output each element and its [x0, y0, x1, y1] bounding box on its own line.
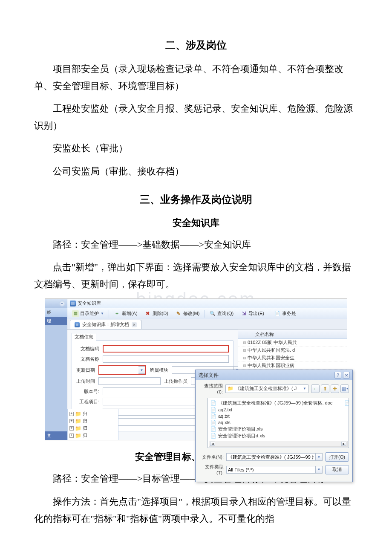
up-button[interactable]: ⬆: [321, 384, 329, 393]
label-name: 文档名称: [76, 356, 99, 362]
sidebar-collapse[interactable]: «: [45, 299, 67, 308]
app-logo-icon: [70, 301, 76, 306]
input-upload-time[interactable]: [98, 377, 161, 385]
scroll-right-icon[interactable]: ►: [341, 442, 346, 446]
doc-icon: 📄: [274, 310, 281, 317]
view-button[interactable]: ▦▾: [340, 384, 349, 393]
sidebar-cell-2: 理: [45, 317, 67, 325]
filename-input[interactable]: [226, 453, 316, 461]
tree-row[interactable]: +📁归: [69, 417, 116, 425]
input-update-date[interactable]: [99, 366, 138, 374]
cancel-button[interactable]: 取消: [325, 465, 349, 474]
transact-button[interactable]: 📄事务处: [271, 309, 299, 318]
catalog-button[interactable]: ≣目录维护▼: [69, 309, 107, 318]
folder-icon: 📁: [75, 411, 81, 417]
file-dialog: 选择文件 ? ✕ 查找范围(I): 📁 《建筑施工安全检查标准》( J ▼ ← …: [195, 370, 353, 482]
horizontal-scrollbar[interactable]: ◄ ►: [209, 441, 348, 447]
file-item[interactable]: 📄aq.xls: [210, 419, 332, 425]
dropdown-icon: ▼: [303, 387, 306, 390]
para-6: 点击"新增"，弹出如下界面：选择需要放入安全知识库中的文档，并数据文档编号、更新…: [34, 259, 358, 292]
text-icon: 📄: [210, 413, 216, 419]
add-icon: ＋: [114, 310, 121, 317]
sidebar-cell-3: 查: [45, 431, 67, 440]
dialog-title: 选择文件: [198, 372, 219, 379]
lookin-combo[interactable]: 📁 《建筑施工安全检查标准》( J ▼: [225, 384, 308, 393]
tab-label: 安全知识库：新增文档: [82, 321, 129, 328]
filename-label: 文件名(N):: [199, 454, 224, 460]
left-sidebar: « 能 理 查: [45, 299, 67, 440]
export-icon: ⇲: [240, 310, 247, 317]
label-uploader: 上传操作员: [164, 378, 187, 384]
app-window: « 能 理 查 安全知识库 ≣目录维护▼ ＋新增(A) ✖删除(D) ✎修改(M…: [45, 298, 347, 440]
folder-icon: 📁: [75, 433, 81, 439]
file-item[interactable]: 📄《建筑施工安全检查标准》( JGJ59—99 )全套表格. doc: [210, 400, 332, 406]
file-item[interactable]: 📄aq2.txt: [210, 407, 332, 413]
tab-icon: [75, 322, 80, 327]
close-button[interactable]: ✕: [343, 372, 350, 379]
expand-icon[interactable]: +: [69, 419, 74, 423]
para-8: 操作方法：首先点击"选择项目"，根据项目录入相应的管理目标。可以量化的指标可在"…: [34, 493, 358, 527]
file-item[interactable]: 📄安全管理评价项目d.xls: [210, 433, 332, 439]
back-button[interactable]: ←: [311, 384, 320, 393]
lookin-value: 《建筑施工安全检查标准》( J: [235, 385, 301, 392]
search-icon: 🔍: [209, 310, 216, 317]
para-2: 工程处安监处（录入安全月报、奖惩记录、安全知识库、危险源。危险源识别）: [34, 100, 358, 134]
date-dropdown-icon[interactable]: ▼: [138, 366, 145, 374]
add-button[interactable]: ＋新增(A): [111, 309, 141, 318]
expand-icon[interactable]: +: [69, 426, 74, 431]
sidebar-cell-1: 能: [45, 308, 67, 317]
help-button[interactable]: ?: [334, 372, 341, 379]
excel-icon: 📄: [210, 433, 216, 439]
list-item[interactable]: 0102Z 85版 中华人民共: [238, 339, 347, 347]
tree-panel: +📁归 +📁归 +📁归 +📁归: [67, 409, 118, 440]
list-item[interactable]: 中华人民共和国宪法. d: [238, 347, 347, 354]
label-module: 所属模块: [150, 367, 168, 373]
label-project: 工程项目:: [76, 399, 99, 405]
list-item[interactable]: 中华人民共和国安全生: [238, 354, 347, 362]
label-update: 更新日期: [76, 367, 95, 373]
group-label: 文档信息: [72, 333, 96, 341]
file-list: 📄《建筑施工安全检查标准》( JGJ59—99 )全套表格. doc 📄aq2.…: [208, 398, 349, 448]
close-tab-icon[interactable]: ✕: [132, 322, 137, 327]
file-item[interactable]: 📄aq.txt: [210, 413, 332, 419]
excel-icon: 📄: [344, 400, 349, 406]
folder-icon: 📁: [228, 386, 233, 391]
para-3: 安监处长（审批）: [34, 140, 358, 157]
text-icon: 📄: [210, 407, 216, 413]
newfolder-button[interactable]: ✚: [331, 384, 339, 393]
delete-button[interactable]: ✖删除(D): [141, 309, 171, 318]
input-code[interactable]: [103, 345, 229, 353]
chevron-up-icon: «: [59, 301, 65, 306]
tree-row[interactable]: +📁归: [69, 425, 116, 432]
tab-strip: 安全知识库：新增文档 ✕: [67, 319, 347, 330]
scroll-left-icon[interactable]: ◄: [210, 442, 215, 446]
para-4: 公司安监局（审批、接收存档）: [34, 163, 358, 180]
file-item[interactable]: 📄安全管理评价项目.xls: [210, 426, 332, 432]
expand-icon[interactable]: +: [69, 412, 74, 416]
folder-icon: 📁: [75, 425, 81, 431]
input-name[interactable]: [103, 355, 229, 363]
heading-operations: 三、业务操作及岗位说明: [34, 193, 358, 206]
window-titlebar: 安全知识库: [67, 299, 347, 308]
folder-icon: 📁: [75, 418, 81, 424]
tab-new-doc[interactable]: 安全知识库：新增文档 ✕: [70, 320, 141, 329]
dialog-titlebar: 选择文件 ? ✕: [196, 370, 352, 380]
modify-button[interactable]: ✎修改(M): [172, 309, 203, 318]
toolbar: ≣目录维护▼ ＋新增(A) ✖删除(D) ✎修改(M) 🔍查询(Q) ⇲导出(E…: [67, 308, 347, 319]
expand-icon[interactable]: +: [69, 434, 74, 438]
tree-row[interactable]: +📁归: [69, 410, 116, 417]
file-item[interactable]: 📄安全管理评价: [344, 400, 349, 406]
filename-dropdown-icon[interactable]: ▼: [316, 453, 323, 461]
edit-icon: ✎: [175, 310, 182, 317]
filetype-dropdown-icon[interactable]: ▼: [316, 466, 323, 474]
filetype-label: 文件类型(T):: [199, 464, 224, 475]
subheading-kb: 安全知识库: [34, 217, 358, 229]
heading-positions: 二、涉及岗位: [34, 38, 358, 52]
tree-row[interactable]: +📁归: [69, 432, 116, 439]
list-header: 文档名称: [238, 330, 347, 339]
filetype-input[interactable]: [226, 466, 316, 474]
export-button[interactable]: ⇲导出(E): [237, 309, 267, 318]
query-button[interactable]: 🔍查询(Q): [206, 309, 236, 318]
list-item[interactable]: 中华人民共和国职业病: [238, 362, 347, 370]
open-button[interactable]: 打开(O): [325, 452, 349, 462]
